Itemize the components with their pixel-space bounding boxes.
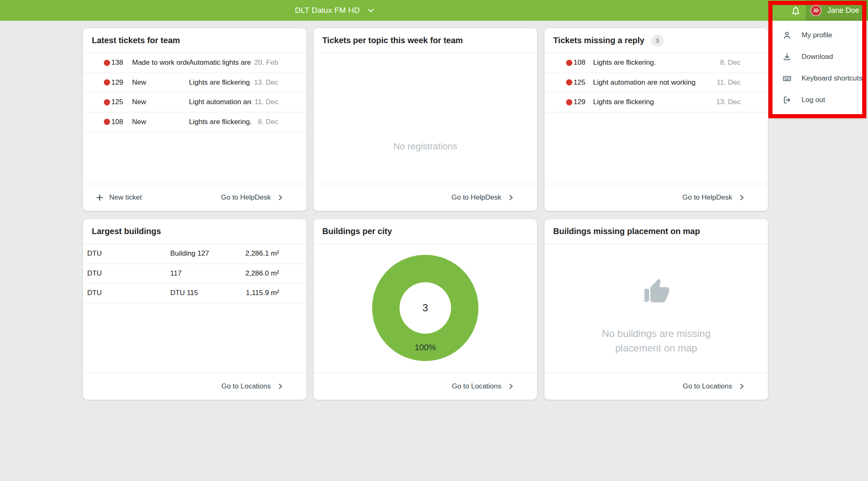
menu-item-label: Log out: [802, 96, 825, 104]
ticket-subject: Automatic lights are not working: [189, 59, 251, 67]
empty-state-line1: No buildings are missing: [544, 326, 768, 341]
building-name: Building 127: [170, 249, 245, 258]
empty-state-line2: placement on map: [544, 341, 768, 355]
plus-icon: [96, 193, 104, 202]
ticket-row[interactable]: 125 New Light automation are not working…: [83, 93, 306, 112]
ticket-subject: Lights are flickering: [189, 78, 250, 87]
app-header: DLT Dalux FM HD JD Jane Doe: [0, 0, 868, 21]
ticket-id: 125: [111, 98, 132, 106]
card-header: Tickets per topic this week for team: [314, 28, 537, 53]
donut-hole: 3: [400, 282, 451, 334]
chevron-right-icon: [508, 383, 514, 390]
ticket-status: New: [132, 98, 189, 106]
ticket-row[interactable]: 129 New Lights are flickering 13. Dec: [83, 73, 306, 93]
menu-item-label: Keyboard shortcuts: [802, 74, 862, 83]
go-to-helpdesk-link[interactable]: Go to HelpDesk: [221, 193, 284, 202]
go-to-helpdesk-link[interactable]: Go to HelpDesk: [451, 193, 514, 202]
user-chip[interactable]: JD Jane Doe: [806, 0, 868, 21]
site-name: DTU: [87, 289, 170, 297]
go-to-locations-link[interactable]: Go to Locations: [683, 382, 745, 391]
menu-item-log-out[interactable]: Log out: [772, 89, 864, 111]
status-dot-icon: [104, 60, 111, 66]
logout-icon: [782, 95, 792, 105]
ticket-date: 11. Dec: [255, 98, 278, 106]
ticket-date: 11. Dec: [717, 78, 740, 87]
new-ticket-button[interactable]: New ticket: [96, 193, 142, 202]
workspace-title: DLT Dalux FM HD: [295, 6, 360, 15]
ticket-status: New: [132, 78, 189, 87]
card-largest-buildings: Largest buildings DTU Building 127 2,286…: [83, 219, 306, 400]
link-label: Go to HelpDesk: [682, 193, 732, 202]
ticket-date: 8. Dec: [258, 118, 278, 126]
ticket-subject: Lights are flickering: [593, 98, 713, 106]
link-label: Go to Locations: [452, 382, 501, 391]
ticket-row[interactable]: 108 Lights are flickering. 8. Dec: [544, 53, 768, 73]
ticket-status: New: [132, 118, 189, 126]
go-to-locations-link[interactable]: Go to Locations: [221, 382, 284, 391]
card-footer: Go to Locations: [544, 373, 768, 400]
ticket-subject: Lights are flickering.: [593, 59, 717, 67]
workspace-selector[interactable]: DLT Dalux FM HD: [295, 0, 375, 21]
ticket-status: Made to work order: [132, 59, 189, 67]
chevron-right-icon: [738, 383, 745, 390]
chevron-right-icon: [277, 383, 284, 390]
donut-chart: 3 100%: [372, 255, 478, 361]
card-footer: New ticket Go to HelpDesk: [83, 184, 306, 211]
card-header: Latest tickets for team: [83, 28, 306, 53]
ticket-subject: Light automation are not working: [189, 98, 251, 106]
building-row[interactable]: DTU Building 127 2,286.1 m²: [83, 244, 306, 264]
person-icon: [782, 31, 792, 40]
ticket-id: 138: [111, 59, 132, 67]
building-area: 1,115.9 m²: [246, 289, 279, 297]
card-header: Buildings missing placement on map: [544, 219, 768, 244]
site-name: DTU: [87, 269, 170, 278]
user-menu: My profile Download Keyboard shortcuts L…: [772, 21, 864, 115]
keyboard-icon: [782, 74, 792, 83]
building-row[interactable]: DTU DTU 115 1,115.9 m²: [83, 283, 306, 303]
menu-item-keyboard-shortcuts[interactable]: Keyboard shortcuts: [772, 68, 864, 89]
chevron-down-icon: [366, 6, 375, 15]
status-dot-icon: [104, 99, 111, 105]
ticket-id: 108: [574, 59, 593, 67]
card-buildings-per-city: Buildings per city 3 100% Go to Location…: [314, 219, 537, 400]
ticket-date: 8. Dec: [720, 59, 740, 67]
notifications-button[interactable]: [790, 5, 802, 17]
building-name: 117: [170, 269, 245, 278]
building-area: 2,286.1 m²: [245, 249, 279, 258]
ticket-row[interactable]: 129 Lights are flickering 13. Dec: [544, 93, 768, 112]
card-title: Largest buildings: [92, 227, 161, 236]
link-label: Go to HelpDesk: [221, 193, 271, 202]
count-badge: 3: [651, 34, 664, 47]
card-footer: Go to Locations: [314, 373, 537, 400]
chevron-right-icon: [738, 194, 745, 201]
go-to-locations-link[interactable]: Go to Locations: [452, 382, 514, 391]
chevron-right-icon: [508, 194, 514, 201]
bell-icon: [790, 5, 801, 16]
building-area: 2,286.0 m²: [245, 269, 279, 278]
card-title: Tickets per topic this week for team: [322, 36, 463, 45]
new-ticket-label: New ticket: [109, 193, 142, 202]
menu-item-label: My profile: [802, 31, 832, 39]
ticket-row[interactable]: 108 New Lights are flickering. 8. Dec: [83, 112, 306, 132]
ticket-date: 13. Dec: [716, 98, 740, 106]
card-title: Latest tickets for team: [92, 36, 180, 45]
status-dot-icon: [104, 119, 111, 125]
card-header: Largest buildings: [83, 219, 306, 244]
link-label: Go to Locations: [221, 382, 271, 391]
menu-item-download[interactable]: Download: [772, 46, 864, 68]
building-name: DTU 115: [170, 289, 246, 297]
card-header: Tickets missing a reply 3: [544, 28, 768, 53]
go-to-helpdesk-link[interactable]: Go to HelpDesk: [682, 193, 745, 202]
card-footer: Go to HelpDesk: [314, 184, 537, 211]
card-latest-tickets: Latest tickets for team 138 Made to work…: [83, 28, 306, 211]
building-row[interactable]: DTU 117 2,286.0 m²: [83, 264, 306, 284]
ticket-id: 108: [111, 118, 132, 126]
menu-item-my-profile[interactable]: My profile: [772, 24, 864, 46]
thumbs-up-icon: [642, 278, 670, 306]
card-footer: Go to Locations: [83, 373, 306, 400]
ticket-row[interactable]: 125 Light automation are not working 11.…: [544, 73, 768, 93]
status-dot-icon: [566, 60, 574, 66]
card-title: Buildings missing placement on map: [553, 227, 700, 236]
ticket-row[interactable]: 138 Made to work order Automatic lights …: [83, 53, 306, 73]
card-title: Buildings per city: [322, 227, 392, 236]
